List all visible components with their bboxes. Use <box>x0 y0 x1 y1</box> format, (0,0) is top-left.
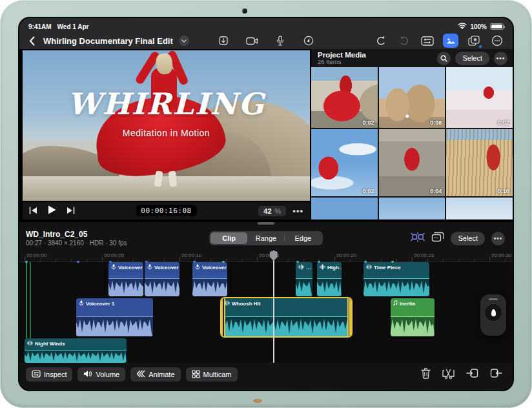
clip-waveform <box>192 278 227 296</box>
volume-button[interactable]: Volume <box>77 367 125 382</box>
mode-clip[interactable]: Clip <box>210 232 247 244</box>
effects-icon[interactable] <box>466 34 482 48</box>
voiceover-icon <box>195 264 200 271</box>
clip-connection-dot <box>145 261 148 263</box>
title-menu-button[interactable] <box>179 36 189 46</box>
media-panel-header: Project Media 26 Items Select ••• <box>311 49 513 66</box>
mode-range[interactable]: Range <box>247 232 284 244</box>
timeline-clip[interactable]: High… <box>317 262 342 296</box>
overwrite-icon[interactable] <box>490 368 502 381</box>
media-thumbnail[interactable]: 0:04 <box>379 129 445 196</box>
import-media-icon[interactable] <box>216 34 231 48</box>
media-thumbnail[interactable] <box>446 198 513 219</box>
effects-badge <box>478 45 482 48</box>
ruler-label: 00:00:25 <box>414 252 434 258</box>
timeline-clip[interactable]: Voiceover 3 <box>192 262 227 296</box>
mode-edge[interactable]: Edge <box>285 232 322 244</box>
media-thumbnail[interactable]: 0:08 <box>379 67 445 128</box>
ruler-label: 00:00:20 <box>336 252 356 258</box>
media-thumbnail[interactable] <box>311 198 378 219</box>
clip-duration-badge: 0:08 <box>430 119 442 126</box>
voiceover-icon <box>147 264 152 271</box>
timeline-clip[interactable]: Whoosh Hit <box>221 298 351 336</box>
clip-waveform <box>145 278 179 296</box>
playhead[interactable] <box>273 250 274 363</box>
skip-back-button[interactable] <box>29 205 37 217</box>
video-viewer[interactable]: WHIRLING Meditation in Motion <box>23 50 310 201</box>
blade-icon[interactable] <box>442 368 455 382</box>
timeline-clip[interactable]: Voiceover 2 <box>108 262 143 296</box>
timeline-body: 00:00:0000:00:0500:00:1000:00:1500:00:20… <box>19 250 513 363</box>
jog-pointer <box>491 309 496 316</box>
edit-mode-segmented-control: ClipRangeEdge <box>209 231 323 245</box>
timeline-clip[interactable]: … <box>296 262 312 296</box>
sfx-icon <box>27 340 33 347</box>
media-more-button[interactable]: ••• <box>494 52 507 65</box>
filmstrip-view-icon[interactable] <box>431 232 444 245</box>
animate-button[interactable]: Animate <box>130 367 180 382</box>
back-button[interactable] <box>26 34 37 47</box>
app-toolbar: Whirling Documentary Final Edit <box>19 32 513 49</box>
record-audio-icon[interactable] <box>272 34 288 48</box>
timeline-ruler[interactable]: 00:00:0000:00:0500:00:1000:00:1500:00:20… <box>19 250 513 262</box>
timeline-tracks[interactable]: Voiceover 2Voiceover 2Voiceover 3…High…T… <box>19 262 513 363</box>
clip-label: Voiceover 2 <box>154 265 179 270</box>
timeline-clip[interactable]: Night Winds <box>25 338 127 363</box>
voiceover-icon <box>79 300 84 307</box>
search-button[interactable] <box>437 52 451 65</box>
clip-connection-dot <box>25 261 28 263</box>
viewer-more-button[interactable]: ••• <box>292 206 303 216</box>
snapping-icon[interactable] <box>411 232 425 245</box>
clip-duration-badge: 0:02 <box>363 119 374 126</box>
timeline-select-button[interactable]: Select <box>451 232 485 245</box>
timecode-display[interactable]: 00:00:16:08 <box>136 205 196 216</box>
timeline-clip[interactable]: Voiceover 2 <box>145 262 179 296</box>
record-video-icon[interactable] <box>244 34 260 48</box>
media-grid: 0:020:080:020:020:040:10 <box>311 66 513 219</box>
sfx-icon <box>366 264 372 271</box>
timeline-resize-handle[interactable] <box>258 222 274 225</box>
inspect-button[interactable]: Inspect <box>26 367 72 382</box>
video-title-overlay: WHIRLING <box>23 89 310 119</box>
play-button[interactable] <box>48 205 56 217</box>
clip-connection-dot <box>364 261 367 263</box>
clip-connection-dot <box>109 261 112 263</box>
multicam-button[interactable]: Multicam <box>186 367 238 382</box>
apple-pencil-icon[interactable] <box>301 34 316 48</box>
status-time: 9:41AM <box>28 23 52 30</box>
viewer-zoom-control[interactable]: 42% <box>258 206 286 216</box>
voiceover-icon <box>111 264 116 271</box>
main-area: WHIRLING Meditation in Motion <box>19 49 513 219</box>
jog-dial[interactable] <box>484 303 502 321</box>
more-icon[interactable] <box>489 34 505 48</box>
timeline-more-button[interactable]: ••• <box>491 232 505 245</box>
redo-icon[interactable] <box>396 34 412 48</box>
media-thumbnail[interactable]: 0:02 <box>311 67 378 128</box>
undo-icon[interactable] <box>373 34 389 48</box>
top-chrome: 9:41AM Wed 1 Apr 100% Whirling Document <box>19 18 513 49</box>
clip-connection-dot <box>222 261 225 263</box>
media-select-button[interactable]: Select <box>455 52 489 65</box>
clip-duration-badge: 0:02 <box>498 119 509 126</box>
media-browser-icon[interactable] <box>443 34 458 48</box>
timeline-clip[interactable]: Voiceover 1 <box>76 298 153 336</box>
media-thumbnail[interactable]: 0:02 <box>446 67 513 128</box>
jog-wheel[interactable] <box>480 294 506 336</box>
timeline-header: WD_Intro_C2_05 00:27 · 3840 × 2160 · HDR… <box>19 226 513 250</box>
ruler-label: 00:00:05 <box>104 252 124 258</box>
timeline-clip[interactable]: Time Piece <box>363 262 429 296</box>
timeline-clip[interactable]: Inertia <box>391 298 435 336</box>
adjustments-icon[interactable] <box>420 34 435 48</box>
clip-waveform <box>25 350 127 363</box>
project-title[interactable]: Whirling Documentary Final Edit <box>43 36 173 46</box>
skip-forward-button[interactable] <box>66 205 75 217</box>
trash-icon[interactable] <box>421 368 431 382</box>
media-thumbnail[interactable] <box>379 198 445 219</box>
clip-waveform <box>221 316 351 336</box>
status-date: Wed 1 Apr <box>57 23 89 30</box>
media-thumbnail[interactable]: 0:02 <box>311 129 378 196</box>
speaker-icon <box>83 370 92 379</box>
media-thumbnail[interactable]: 0:10 <box>446 129 513 196</box>
ruler-label: 00:00:30 <box>491 252 511 258</box>
insert-icon[interactable] <box>466 368 478 381</box>
